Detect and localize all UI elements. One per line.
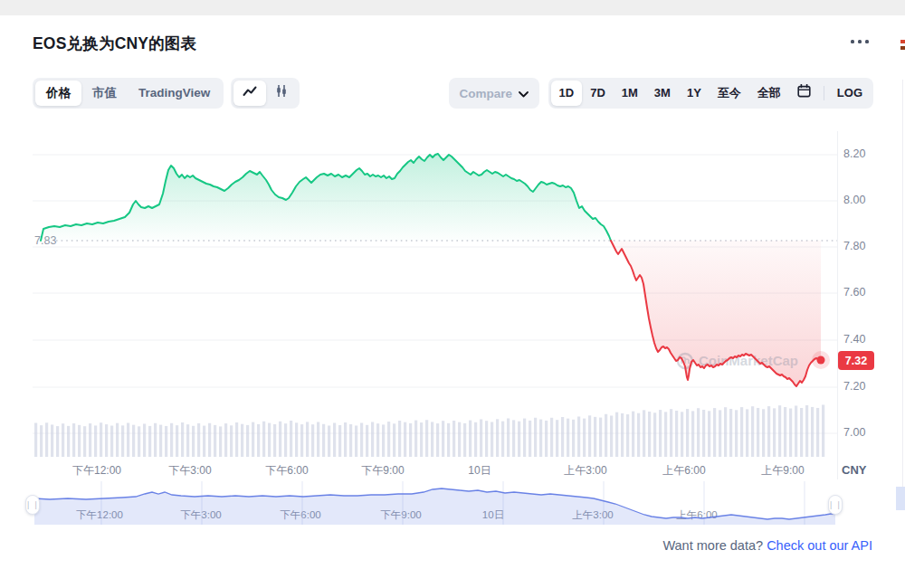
line-chart-type-button[interactable] xyxy=(233,81,266,106)
clipped-navigator-fragment xyxy=(896,487,905,510)
candlestick-icon xyxy=(275,84,288,102)
open-price-label: 7.83 xyxy=(34,234,56,247)
axis-currency-label: CNY xyxy=(842,463,866,477)
range-ytd[interactable]: 至今 xyxy=(710,81,749,106)
clipped-widget-fragment xyxy=(900,40,905,43)
compare-label: Compare xyxy=(460,87,513,100)
chart-mode-tabs: 价格 市值 TradingView xyxy=(33,78,224,109)
navigator-right-handle[interactable]: ❘❘ xyxy=(828,495,843,515)
log-scale-toggle[interactable]: LOG xyxy=(829,81,871,106)
page-title: EOS兑换为CNY的图表 xyxy=(33,33,196,54)
calendar-button[interactable] xyxy=(789,80,819,107)
range-all[interactable]: 全部 xyxy=(749,81,789,106)
chevron-down-icon xyxy=(519,87,529,100)
line-chart-icon xyxy=(243,85,257,101)
range-1m[interactable]: 1M xyxy=(614,81,646,106)
time-range-selector: 1D 7D 1M 3M 1Y 至今 全部 LOG xyxy=(548,78,873,109)
range-1y[interactable]: 1Y xyxy=(679,81,710,106)
clipped-panel-border xyxy=(902,80,903,507)
last-price-badge: 7.32 xyxy=(838,351,874,370)
navigator-axis-label: 上午6:00 xyxy=(676,508,717,522)
navigator-axis-label: 下午12:00 xyxy=(76,508,123,522)
api-link[interactable]: Check out our API xyxy=(767,538,872,553)
chart-type-switch xyxy=(231,78,300,109)
top-page-strip xyxy=(0,0,905,15)
divider xyxy=(824,86,824,100)
navigator-axis-label: 10日 xyxy=(482,508,504,522)
x-axis-label: 下午12:00 xyxy=(72,463,121,479)
more-menu-icon[interactable] xyxy=(851,40,869,43)
x-axis-label: 下午3:00 xyxy=(168,463,211,479)
x-axis-label: 下午9:00 xyxy=(361,463,404,479)
tab-price[interactable]: 价格 xyxy=(35,81,81,106)
range-controls: Compare 1D 7D 1M 3M 1Y 至今 全部 LO xyxy=(449,78,873,109)
x-axis-label: 上午3:00 xyxy=(564,463,606,479)
range-7d[interactable]: 7D xyxy=(582,81,614,106)
clipped-widget-fragment xyxy=(900,46,905,50)
y-axis-label: 8.20 xyxy=(843,147,865,160)
api-promo: Want more data? Check out our API xyxy=(662,538,872,553)
y-axis-label: 7.60 xyxy=(843,286,865,299)
y-axis-label: 7.80 xyxy=(843,240,865,252)
navigator-axis-label: 上午3:00 xyxy=(572,508,613,522)
eos-cny-chart-page: EOS兑换为CNY的图表 价格 市值 TradingView Com xyxy=(0,0,905,588)
navigator-left-handle[interactable]: ❘❘ xyxy=(25,495,40,515)
x-axis-label: 10日 xyxy=(468,463,491,479)
x-axis-label: 上午9:00 xyxy=(761,463,804,479)
y-axis-label: 7.40 xyxy=(843,333,865,346)
x-axis-label: 上午6:00 xyxy=(662,463,705,479)
compare-dropdown[interactable]: Compare xyxy=(449,78,539,109)
navigator-axis-label: 下午6:00 xyxy=(280,508,320,522)
x-axis-label: 下午6:00 xyxy=(265,463,308,479)
svg-text:CoinMarketCap: CoinMarketCap xyxy=(699,353,798,368)
y-axis-label: 7.20 xyxy=(843,380,865,393)
y-axis-label: 7.00 xyxy=(843,426,865,439)
y-axis-label: 8.00 xyxy=(843,194,865,206)
range-3m[interactable]: 3M xyxy=(646,81,679,106)
candlestick-chart-type-button[interactable] xyxy=(266,80,297,107)
tab-tradingview[interactable]: TradingView xyxy=(128,81,221,106)
calendar-icon xyxy=(797,84,811,102)
chart-toolbar: 价格 市值 TradingView Compare xyxy=(33,78,873,109)
range-1d[interactable]: 1D xyxy=(551,81,583,106)
navigator-axis-label: 下午9:00 xyxy=(380,508,421,522)
tab-marketcap[interactable]: 市值 xyxy=(81,81,128,106)
api-promo-text: Want more data? xyxy=(662,538,767,553)
navigator-axis-label: 下午3:00 xyxy=(180,508,221,522)
